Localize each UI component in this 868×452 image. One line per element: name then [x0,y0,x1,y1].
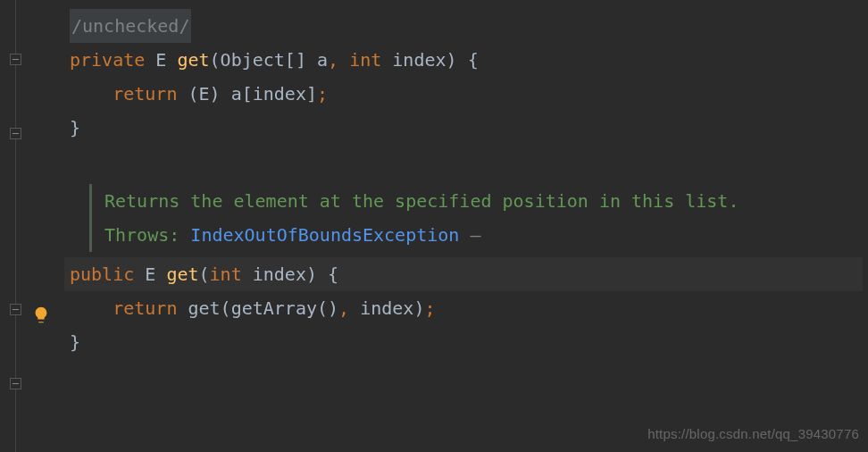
code-line: } [70,325,868,359]
fold-marker-icon[interactable] [10,128,21,139]
editor-gutter [0,0,27,452]
annotation-text: /unchecked/ [70,9,191,43]
code-line: /unchecked/ [70,9,868,43]
code-editor[interactable]: /unchecked/ private E get(Object[] a, in… [70,9,868,359]
code-line: private E get(Object[] a, int index) { [70,43,868,77]
javadoc-block: Returns the element at the specified pos… [89,184,868,252]
watermark-text: https://blog.csdn.net/qq_39430776 [647,422,859,448]
code-line: return (E) a[index]; [70,77,868,111]
fold-marker-icon[interactable] [10,54,21,65]
blank-line [70,145,868,179]
fold-marker-icon[interactable] [10,378,21,389]
code-line: return get(getArray(), index); [70,291,868,325]
exception-link[interactable]: IndexOutOfBoundsException [190,218,459,252]
fold-marker-icon[interactable] [10,304,21,315]
javadoc-summary: Returns the element at the specified pos… [104,184,868,218]
code-line: } [70,111,868,145]
javadoc-throws: Throws: IndexOutOfBoundsException – [104,218,868,252]
code-line-highlighted: public E get(int index) { [64,257,863,291]
lightbulb-icon[interactable] [31,302,51,322]
